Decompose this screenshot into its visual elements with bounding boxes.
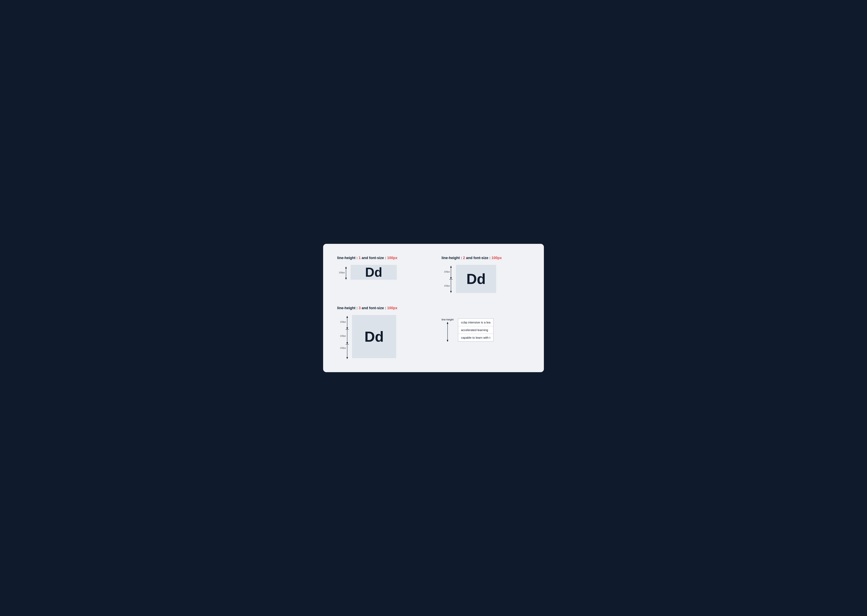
title-mid-2: and font-size : <box>465 256 492 260</box>
svg-marker-11 <box>450 291 452 293</box>
svg-text:100px: 100px <box>339 271 345 274</box>
dd-text-1: Dd <box>365 265 382 280</box>
svg-marker-25 <box>447 322 448 324</box>
arrow-container-2: 100px 100px <box>441 265 454 294</box>
arrow-svg-1: 100px <box>337 265 348 281</box>
fs-value-3: 100px <box>387 306 397 310</box>
svg-marker-15 <box>347 327 348 330</box>
fs-value-2: 100px <box>492 256 502 260</box>
content-grid: line-height : 1 and font-size : 100px 10… <box>337 256 530 360</box>
section-lh1-title: line-height : 1 and font-size : 100px <box>337 256 426 260</box>
title-mid-1: and font-size : <box>361 256 387 260</box>
arrow-svg-2: 100px 100px <box>441 265 454 294</box>
lh-value-3: 3 <box>359 306 361 310</box>
section-text-lines: line-height ccbp intensive is a lea acce… <box>441 306 530 360</box>
title-prefix-1: line-height : <box>337 256 359 260</box>
text-lines-box: ccbp intensive is a lea accelerated lear… <box>458 318 493 341</box>
arrow-container-1: 100px <box>337 265 348 281</box>
dd-text-2: Dd <box>467 271 486 287</box>
dd-text-3: Dd <box>364 328 384 345</box>
text-line-1: ccbp intensive is a lea <box>458 319 493 326</box>
title-mid-3: and font-size : <box>361 306 387 310</box>
dd-box-2: Dd <box>456 265 496 293</box>
arrow-svg-3: 100px 100px 100px <box>337 315 350 360</box>
dd-box-3: Dd <box>352 315 396 358</box>
svg-marker-19 <box>347 342 348 344</box>
demo-area-1: 100px Dd <box>337 265 426 281</box>
section-lh3-title: line-height : 3 and font-size : 100px <box>337 306 426 310</box>
dd-box-1: Dd <box>351 265 397 280</box>
svg-marker-26 <box>447 340 448 342</box>
svg-text:100px: 100px <box>340 347 346 349</box>
svg-text:100px: 100px <box>444 270 450 273</box>
svg-text:100px: 100px <box>444 284 450 287</box>
arrow-container-3: 100px 100px 100px <box>337 315 350 360</box>
lh-label: line-height <box>441 318 454 321</box>
section-lh2: line-height : 2 and font-size : 100px 10… <box>441 256 530 294</box>
svg-marker-7 <box>450 277 452 279</box>
section-lh1: line-height : 1 and font-size : 100px 10… <box>337 256 426 294</box>
demo-area-3: 100px 100px 100px <box>337 315 426 360</box>
title-prefix-2: line-height : <box>441 256 463 260</box>
title-prefix-3: line-height : <box>337 306 359 310</box>
text-line-3: capable to learn with t <box>458 334 493 341</box>
text-line-2: accelerated learning <box>458 326 493 334</box>
section-lh2-title: line-height : 2 and font-size : 100px <box>441 256 530 260</box>
demo-area-2: 100px 100px Dd <box>441 265 530 294</box>
svg-text:100px: 100px <box>340 335 346 337</box>
section-lh3: line-height : 3 and font-size : 100px 10… <box>337 306 426 360</box>
lh-arrow-group: line-height <box>441 318 454 342</box>
svg-text:100px: 100px <box>340 321 346 323</box>
svg-marker-23 <box>347 357 348 359</box>
svg-marker-6 <box>450 266 452 268</box>
demo-area-4: line-height ccbp intensive is a lea acce… <box>441 318 530 342</box>
svg-marker-2 <box>345 267 347 269</box>
lh-value-1: 1 <box>359 256 361 260</box>
svg-marker-14 <box>347 316 348 318</box>
fs-value-1: 100px <box>387 256 397 260</box>
lh-arrow-svg <box>445 322 450 342</box>
main-card: line-height : 1 and font-size : 100px 10… <box>323 244 544 372</box>
lh-value-2: 2 <box>463 256 465 260</box>
svg-marker-3 <box>345 278 347 280</box>
